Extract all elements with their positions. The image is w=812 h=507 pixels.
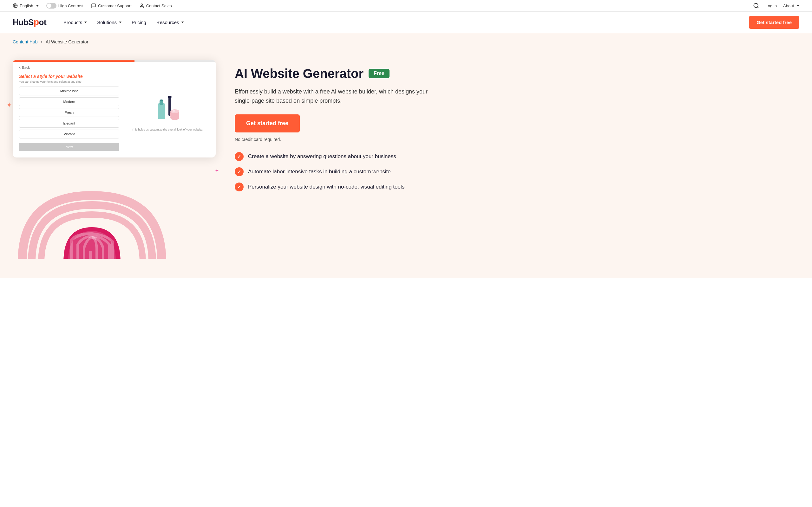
high-contrast-label: High Contrast (58, 3, 84, 8)
language-label: English (20, 3, 33, 8)
breadcrumb-current: AI Website Generator (46, 39, 88, 44)
mockup-content: Select a style for your website You can … (13, 71, 216, 158)
customer-support-label: Customer Support (98, 3, 132, 8)
feature-text-0: Create a website by answering questions … (248, 153, 396, 160)
pricing-label: Pricing (132, 20, 146, 25)
globe-icon (13, 3, 18, 8)
hero-cta-button[interactable]: Get started free (235, 114, 300, 132)
about-label: About (783, 3, 794, 8)
hero-title-row: AI Website Generator Free (235, 66, 438, 81)
feature-item-2: ✓ Personalize your website design with n… (235, 182, 438, 191)
mockup-card: < Back Select a style for your website Y… (13, 60, 216, 158)
svg-point-9 (168, 96, 171, 98)
feature-text-2: Personalize your website design with no-… (248, 184, 404, 190)
style-option-fresh[interactable]: Fresh (19, 108, 119, 117)
no-card-text: No credit card required. (235, 137, 438, 142)
breadcrumb: Content Hub › AI Website Generator (0, 33, 812, 50)
language-chevron (36, 5, 39, 7)
mockup-back-button[interactable]: < Back (13, 62, 216, 71)
check-circle-2: ✓ (235, 182, 244, 191)
hero-section: ✦ ✦ < Back Select a style for your websi… (0, 50, 812, 278)
contrast-switch[interactable] (46, 3, 56, 9)
mockup-form: Select a style for your website You can … (19, 74, 119, 151)
feature-text-1: Automate labor-intensive tasks in buildi… (248, 169, 391, 175)
nav-pricing[interactable]: Pricing (127, 17, 151, 27)
hero-content: AI Website Generator Free Effortlessly b… (235, 60, 438, 191)
rainbow-decoration (13, 170, 216, 259)
search-icon (753, 3, 759, 9)
title-highlight: style (37, 74, 47, 79)
svg-rect-5 (158, 103, 165, 119)
search-button[interactable] (753, 3, 759, 9)
toggle-knob (47, 3, 51, 8)
high-contrast-toggle[interactable]: High Contrast (46, 3, 84, 9)
feature-item-0: ✓ Create a website by answering question… (235, 152, 438, 161)
customer-support-link[interactable]: Customer Support (91, 3, 132, 8)
title-suffix: for your website (47, 74, 83, 79)
mockup-caption: This helps us customize the overall look… (132, 128, 203, 131)
mockup-subtitle: You can change your fonts and colors at … (19, 80, 119, 83)
hero-title: AI Website Generator (235, 66, 363, 81)
style-option-modern[interactable]: Modern (19, 97, 119, 106)
logo[interactable]: HubSpot (13, 17, 46, 27)
solutions-label: Solutions (97, 20, 117, 25)
back-label: < Back (19, 66, 30, 69)
svg-point-13 (172, 110, 175, 112)
feature-item-1: ✓ Automate labor-intensive tasks in buil… (235, 167, 438, 176)
contact-sales-link[interactable]: Contact Sales (139, 3, 172, 8)
breadcrumb-separator: › (41, 39, 43, 45)
resources-label: Resources (156, 20, 179, 25)
nav-right: Get started free (749, 16, 799, 29)
style-option-elegant[interactable]: Elegant (19, 119, 119, 128)
logo-text: HubSpot (13, 17, 46, 27)
rainbow-svg (13, 170, 171, 259)
solutions-chevron (119, 21, 121, 23)
nav-links: Products Solutions Pricing Resources (59, 17, 749, 27)
login-label: Log in (766, 3, 777, 8)
nav-products[interactable]: Products (59, 17, 91, 27)
hero-description: Effortlessly build a website with a free… (235, 87, 438, 106)
cosmetics-illustration (153, 94, 182, 125)
about-chevron (797, 5, 799, 7)
person-icon (139, 3, 144, 8)
nav-get-started-button[interactable]: Get started free (749, 16, 799, 29)
svg-line-4 (757, 7, 758, 8)
hero-illustration-area: ✦ ✦ < Back Select a style for your websi… (13, 60, 216, 259)
check-icon-2: ✓ (237, 184, 241, 189)
support-icon (91, 3, 96, 8)
mockup-title: Select a style for your website (19, 74, 119, 79)
login-link[interactable]: Log in (766, 3, 777, 8)
nav-resources[interactable]: Resources (152, 17, 189, 27)
svg-point-2 (141, 4, 142, 5)
style-option-minimalistic[interactable]: Minimalistic (19, 87, 119, 95)
about-menu[interactable]: About (783, 3, 799, 8)
svg-point-3 (754, 3, 758, 8)
contact-sales-label: Contact Sales (146, 3, 172, 8)
svg-rect-7 (160, 100, 163, 101)
language-selector[interactable]: English (13, 3, 39, 8)
feature-list: ✓ Create a website by answering question… (235, 152, 438, 191)
check-circle-1: ✓ (235, 167, 244, 176)
breadcrumb-link[interactable]: Content Hub (13, 39, 38, 44)
check-icon-0: ✓ (237, 154, 241, 159)
style-option-vibrant[interactable]: Vibrant (19, 130, 119, 138)
free-badge: Free (368, 69, 390, 78)
check-icon-1: ✓ (237, 169, 241, 174)
main-nav: HubSpot Products Solutions Pricing Resou… (0, 12, 812, 33)
products-label: Products (63, 20, 82, 25)
resources-chevron (182, 21, 184, 23)
products-chevron (84, 21, 87, 23)
check-circle-0: ✓ (235, 152, 244, 161)
top-bar: English High Contrast Customer Support C… (0, 0, 812, 12)
mockup-illustration: This helps us customize the overall look… (125, 74, 209, 151)
title-prefix: Select a (19, 74, 37, 79)
mockup-next-button[interactable]: Next (19, 143, 119, 151)
sparkle-decoration-1: ✦ (6, 101, 12, 109)
nav-solutions[interactable]: Solutions (93, 17, 126, 27)
